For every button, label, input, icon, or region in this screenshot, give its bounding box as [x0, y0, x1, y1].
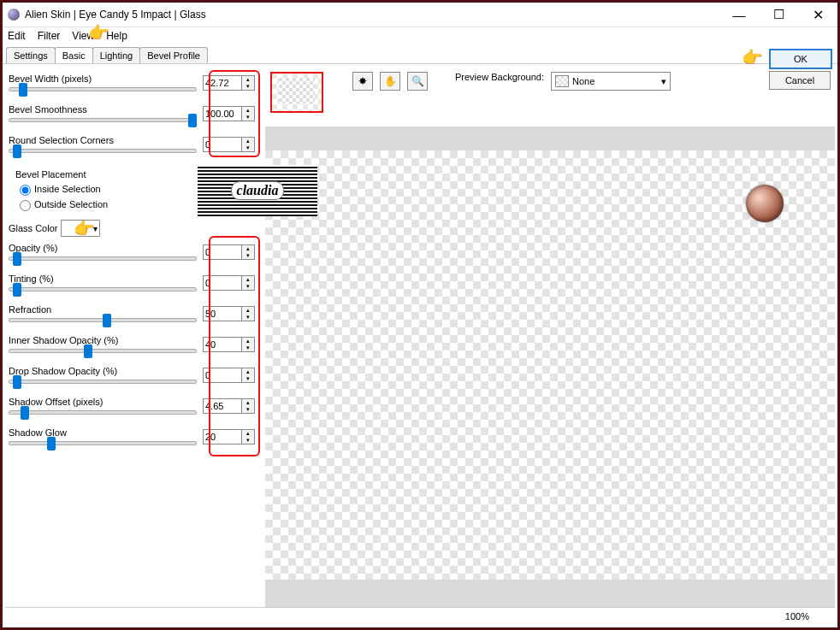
refraction-input[interactable] — [203, 306, 242, 321]
bevel-smoothness-slider[interactable] — [9, 118, 197, 122]
refraction-slider[interactable] — [9, 318, 197, 322]
spinner-arrows[interactable]: ▴▾ — [242, 398, 255, 414]
spinner-arrows[interactable]: ▴▾ — [242, 306, 255, 321]
ok-button[interactable]: OK — [769, 49, 832, 69]
drop-shadow-input[interactable] — [203, 368, 242, 383]
status-bar: 100% — [5, 607, 835, 625]
preview-toolbar: ✸ ✋ 🔍 Preview Background: None ▾ — [265, 68, 835, 127]
shadow-offset-slider[interactable] — [9, 410, 197, 415]
cancel-button[interactable]: Cancel — [769, 71, 831, 90]
shadow-glow-slider[interactable] — [9, 441, 197, 445]
spinner-arrows[interactable]: ▴▾ — [242, 75, 255, 91]
shadow-offset-input[interactable] — [203, 398, 242, 414]
preview-background-label: Preview Background: — [455, 72, 544, 82]
menu-view[interactable]: View — [72, 30, 94, 42]
tinting-slider[interactable] — [9, 287, 197, 291]
preview-object — [746, 185, 784, 222]
inner-shadow-slider[interactable] — [9, 349, 197, 353]
spinner-arrows[interactable]: ▴▾ — [242, 106, 255, 121]
minimize-button[interactable]: — — [719, 3, 759, 26]
left-pane: Bevel Width (pixels) ▴▾ Bevel Smoothness… — [5, 68, 265, 607]
tab-row: Settings Basic Lighting Bevel Profile — [3, 44, 837, 64]
hand-tool-icon[interactable]: ✋ — [380, 72, 400, 91]
spinner-arrows[interactable]: ▴▾ — [242, 337, 255, 352]
preview-background-select[interactable]: None ▾ — [551, 72, 671, 91]
title-bar: Alien Skin | Eye Candy 5 Impact | Glass … — [3, 3, 837, 27]
menu-filter[interactable]: Filter — [38, 30, 61, 42]
round-corners-input[interactable] — [203, 137, 242, 152]
spinner-arrows[interactable]: ▴▾ — [242, 244, 255, 260]
tab-basic[interactable]: Basic — [55, 47, 93, 63]
chevron-down-icon: ▾ — [661, 76, 666, 87]
app-icon — [8, 9, 20, 21]
glass-color-swatch[interactable] — [61, 220, 100, 237]
spinner-arrows[interactable]: ▴▾ — [242, 368, 255, 383]
tab-bevel-profile[interactable]: Bevel Profile — [139, 47, 208, 63]
menu-help[interactable]: Help — [106, 30, 127, 42]
round-corners-slider[interactable] — [9, 149, 197, 153]
tab-settings[interactable]: Settings — [6, 47, 56, 63]
opacity-input[interactable] — [203, 244, 242, 260]
menu-bar: Edit Filter View Help 👉 — [3, 27, 837, 44]
spinner-arrows[interactable]: ▴▾ — [242, 137, 255, 152]
bevel-width-input[interactable] — [203, 75, 242, 91]
shadow-glow-input[interactable] — [203, 429, 242, 445]
preview-canvas[interactable] — [265, 150, 835, 580]
tab-lighting[interactable]: Lighting — [92, 47, 141, 63]
spinner-arrows[interactable]: ▴▾ — [242, 275, 255, 291]
maximize-button[interactable]: ☐ — [759, 3, 798, 26]
window-title: Alien Skin | Eye Candy 5 Impact | Glass — [25, 9, 719, 21]
glass-color-label: Glass Color — [9, 223, 57, 233]
watermark-text: claudia — [231, 181, 285, 200]
checker-icon — [555, 75, 569, 87]
opacity-slider[interactable] — [9, 256, 197, 261]
tinting-input[interactable] — [203, 275, 242, 291]
eyedropper-tool-icon[interactable]: ✸ — [352, 72, 373, 91]
zoom-level: 100% — [785, 611, 809, 621]
preview-thumbnail[interactable] — [270, 72, 323, 113]
close-button[interactable]: ✕ — [798, 3, 837, 26]
bevel-smoothness-input[interactable] — [203, 106, 242, 121]
menu-edit[interactable]: Edit — [8, 30, 26, 42]
zoom-tool-icon[interactable]: 🔍 — [407, 72, 428, 91]
drop-shadow-slider[interactable] — [9, 380, 197, 384]
spinner-arrows[interactable]: ▴▾ — [242, 429, 255, 445]
watermark: claudia — [198, 165, 317, 216]
inner-shadow-input[interactable] — [203, 337, 242, 352]
bevel-width-slider[interactable] — [9, 87, 197, 91]
